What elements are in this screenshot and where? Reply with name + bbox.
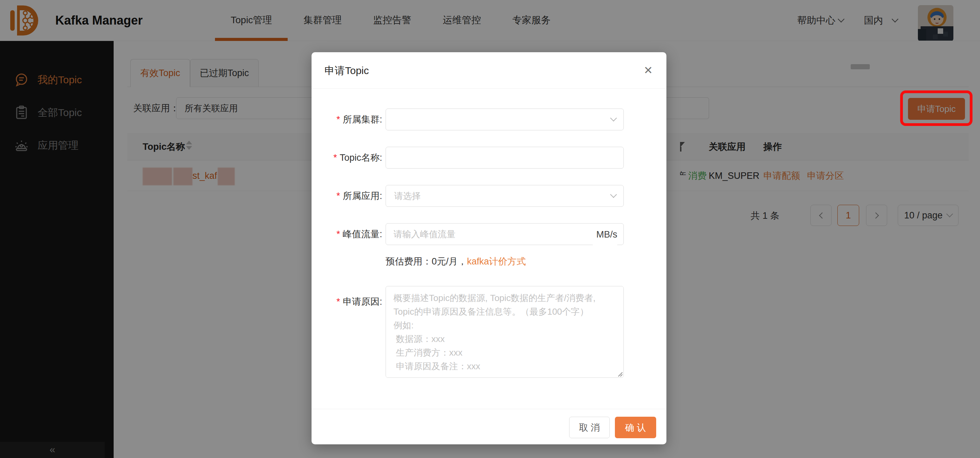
required-mark: *: [336, 297, 340, 307]
form-row-app: *所属应用: 请选择: [312, 185, 667, 207]
form-row-topic-name: *Topic名称:: [312, 147, 667, 169]
chevron-down-icon: [610, 191, 617, 198]
close-icon[interactable]: ✕: [641, 52, 655, 89]
modal-footer: 取 消 确 认: [312, 409, 667, 444]
cluster-select[interactable]: [386, 108, 624, 130]
topic-name-input[interactable]: [386, 147, 624, 168]
required-mark: *: [333, 153, 337, 163]
field-label: *Topic名称:: [333, 147, 382, 169]
unit-suffix: MB/s: [593, 224, 617, 245]
form-row-reason: *申请原因:: [312, 286, 667, 378]
app-select[interactable]: 请选择: [386, 185, 624, 207]
form-row-cluster: *所属集群:: [312, 108, 667, 130]
field-label: *峰值流量:: [336, 223, 382, 245]
reason-textarea[interactable]: [386, 286, 624, 378]
field-label: *所属集群:: [336, 108, 382, 130]
confirm-button[interactable]: 确 认: [615, 417, 656, 438]
cancel-button[interactable]: 取 消: [569, 417, 610, 438]
form-row-peak-flow: *峰值流量: MB/s: [312, 223, 667, 245]
kafka-pricing-link[interactable]: kafka计价方式: [467, 256, 526, 267]
required-mark: *: [336, 229, 340, 239]
modal-header: 申请Topic ✕: [312, 52, 667, 89]
apply-topic-modal: 申请Topic ✕ *所属集群: *Topic名称: *所属应用: 请选择: [312, 52, 667, 444]
peak-flow-field-wrap: MB/s: [386, 223, 624, 245]
fee-estimate-line: 预估费用：0元/月，kafka计价方式: [386, 255, 526, 267]
peak-flow-input[interactable]: [386, 224, 624, 245]
topic-name-field-wrap: [386, 147, 624, 169]
field-label: *所属应用:: [336, 185, 382, 207]
required-mark: *: [336, 114, 340, 124]
required-mark: *: [336, 191, 340, 201]
fee-text: 预估费用：0元/月，: [386, 256, 467, 267]
select-placeholder: 请选择: [394, 190, 421, 202]
modal-title: 申请Topic: [325, 52, 369, 89]
field-label: *申请原因:: [336, 291, 382, 313]
app-root: Kafka Manager Topic管理 集群管理 监控告警 运维管控 专家服…: [0, 0, 980, 458]
chevron-down-icon: [610, 114, 617, 121]
